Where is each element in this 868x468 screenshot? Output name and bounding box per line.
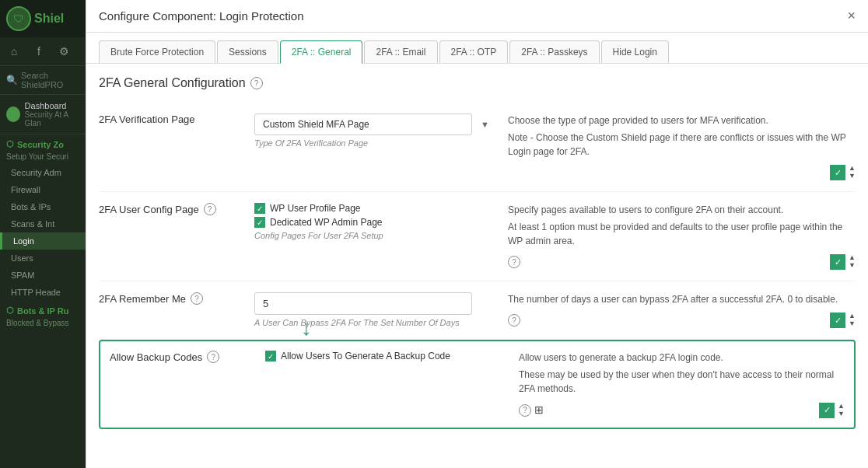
setting-row-remember-me: 2FA Remember Me ? ↓ A User Can Bypass 2F… (99, 281, 856, 340)
remember-me-arrows: ▲ ▼ (849, 313, 856, 328)
arrow-indicator: ↓ (301, 316, 312, 341)
remember-me-label: 2FA Remember Me ? (99, 292, 254, 305)
remember-me-save-icon[interactable]: ✓ (830, 313, 845, 328)
tab-hide-login[interactable]: Hide Login (601, 40, 669, 63)
modal: Configure Component: Login Protection × … (86, 0, 868, 468)
main-area: Configure Component: Login Protection × … (86, 0, 868, 468)
sidebar-logo: 🛡 Shiel (0, 0, 86, 37)
backup-codes-control: ✓ Allow Users To Generate A Backup Code (265, 351, 506, 365)
sidebar-item-security-admin[interactable]: Security Adm (0, 164, 86, 181)
sidebar-item-scans[interactable]: Scans & Int (0, 215, 86, 232)
sidebar-nav: ⬡ Security Zo Setup Your Securi Security… (0, 134, 86, 468)
avatar (6, 107, 20, 122)
backup-codes-label: Allow Backup Codes ? (110, 351, 265, 363)
tab-bar: Brute Force Protection Sessions 2FA :: G… (86, 33, 868, 64)
select-arrow-icon: ▼ (481, 120, 489, 129)
verification-page-desc-note: Note - Choose the Custom Shield page if … (508, 131, 856, 159)
user-config-save-icon[interactable]: ✓ (830, 254, 845, 270)
remember-me-input[interactable] (254, 292, 472, 315)
verification-page-actions: ✓ ▲ ▼ (508, 165, 856, 180)
sidebar-section-security-zone[interactable]: ⬡ Security Zo (0, 134, 86, 151)
modal-title: Configure Component: Login Protection (99, 9, 304, 23)
security-zone-label: Security Zo (17, 140, 64, 149)
verification-page-select[interactable]: Custom Shield MFA Page WP Login Page (254, 114, 472, 135)
bots-icon: ⬡ (6, 306, 14, 316)
security-zone-icon: ⬡ (6, 139, 14, 149)
tab-2fa-passkeys[interactable]: 2FA :: Passkeys (509, 40, 599, 63)
facebook-icon[interactable]: f (30, 42, 48, 61)
shield-icon: 🛡 (6, 6, 31, 31)
user-config-actions: ? ✓ ▲ ▼ (508, 254, 856, 270)
user-config-label: 2FA User Config Page ? (99, 203, 254, 215)
sidebar-section-bots[interactable]: ⬡ Bots & IP Ru (0, 301, 86, 317)
user-config-help-icon[interactable]: ? (204, 203, 216, 215)
sidebar: 🛡 Shiel ⌂ f ⚙ 🔍 Search ShieldPRO Dashboa… (0, 0, 86, 468)
user-sub: Security At A Glan (25, 110, 79, 127)
sidebar-item-http[interactable]: HTTP Heade (0, 284, 86, 301)
verification-page-hint: Type Of 2FA Verification Page (254, 138, 495, 148)
modal-close-button[interactable]: × (847, 8, 856, 24)
section-title: 2FA General Configuration ? (99, 76, 856, 90)
verification-page-arrows: ▲ ▼ (849, 165, 856, 180)
sidebar-item-firewall[interactable]: Firewall (0, 181, 86, 198)
tab-2fa-email[interactable]: 2FA :: Email (364, 40, 437, 63)
remember-me-desc-help-icon[interactable]: ? (508, 314, 520, 327)
user-config-arrow-down-icon[interactable]: ▼ (849, 262, 856, 270)
arrow-down-icon[interactable]: ▼ (849, 173, 856, 180)
settings-icon[interactable]: ⚙ (54, 42, 73, 61)
remember-me-arrow-down-icon[interactable]: ▼ (849, 320, 856, 328)
bots-sub: Blocked & Bypass (0, 317, 86, 330)
tab-sessions[interactable]: Sessions (217, 40, 278, 63)
user-config-desc-help-icon[interactable]: ? (508, 256, 520, 268)
backup-codes-desc-note: These may be used by the user when they … (519, 368, 845, 396)
checkbox-wp-profile: ✓ WP User Profile Page (254, 203, 495, 214)
modal-header: Configure Component: Login Protection × (86, 0, 868, 33)
search-text: Search ShieldPRO (21, 71, 79, 89)
backup-codes-desc-help-icon[interactable]: ? (519, 404, 531, 417)
verification-page-label: 2FA Verification Page (99, 114, 254, 125)
sidebar-item-bots-ips[interactable]: Bots & IPs (0, 198, 86, 215)
remember-me-desc: The number of days a user can bypass 2FA… (495, 292, 856, 328)
wordpress-icon[interactable]: ⊞ (534, 402, 544, 418)
checkbox-wp-admin-check[interactable]: ✓ (254, 217, 265, 228)
remember-me-control: ↓ A User Can Bypass 2FA For The Set Numb… (254, 292, 495, 327)
checkbox-wp-profile-check[interactable]: ✓ (254, 203, 265, 214)
setting-row-backup-codes: Allow Backup Codes ? ✓ Allow Users To Ge… (99, 340, 856, 429)
sidebar-user: Dashboard Security At A Glan (0, 95, 86, 134)
setting-row-user-config: 2FA User Config Page ? ✓ WP User Profile… (99, 192, 856, 281)
checkbox-backup-code-label: Allow Users To Generate A Backup Code (281, 351, 450, 361)
home-icon[interactable]: ⌂ (5, 42, 23, 61)
sidebar-item-login[interactable]: Login (0, 232, 86, 250)
checkbox-wp-admin-label: Dedicated WP Admin Page (270, 217, 383, 228)
backup-codes-arrows: ▲ ▼ (838, 403, 845, 418)
sidebar-search[interactable]: 🔍 Search ShieldPRO (0, 66, 86, 95)
setting-row-verification-page: 2FA Verification Page Custom Shield MFA … (99, 103, 856, 192)
section-help-icon[interactable]: ? (250, 77, 263, 89)
backup-codes-arrow-down-icon[interactable]: ▼ (838, 410, 845, 418)
bots-label: Bots & IP Ru (17, 306, 68, 316)
backup-codes-help-icon[interactable]: ? (207, 351, 219, 363)
verification-page-save-icon[interactable]: ✓ (830, 165, 845, 180)
tab-2fa-general[interactable]: 2FA :: General (280, 40, 363, 64)
user-config-arrows: ▲ ▼ (849, 254, 856, 270)
checkbox-wp-admin: ✓ Dedicated WP Admin Page (254, 217, 495, 228)
backup-codes-actions: ? ⊞ ✓ ▲ ▼ (519, 402, 845, 418)
user-config-desc-note: At least 1 option must be provided and d… (508, 220, 856, 248)
checkbox-backup-code: ✓ Allow Users To Generate A Backup Code (265, 351, 506, 361)
sidebar-item-spam[interactable]: SPAM (0, 267, 86, 284)
checkbox-backup-code-check[interactable]: ✓ (265, 351, 276, 361)
user-config-control: ✓ WP User Profile Page ✓ Dedicated WP Ad… (254, 203, 495, 240)
logo-text: Shiel (34, 12, 64, 26)
remember-me-help-icon[interactable]: ? (191, 292, 203, 305)
verification-page-desc: Choose the type of page provided to user… (495, 114, 856, 180)
remember-me-actions: ? ✓ ▲ ▼ (508, 313, 856, 328)
user-config-desc: Specify pages available to users to conf… (495, 203, 856, 270)
tab-2fa-otp[interactable]: 2FA :: OTP (439, 40, 509, 63)
tab-brute-force[interactable]: Brute Force Protection (99, 40, 215, 63)
user-config-desc-main: Specify pages available to users to conf… (508, 203, 856, 217)
sidebar-item-users[interactable]: Users (0, 250, 86, 267)
content-area: 2FA General Configuration ? 2FA Verifica… (86, 64, 868, 468)
security-zone-sub: Setup Your Securi (0, 151, 86, 164)
user-config-hint: Config Pages For User 2FA Setup (254, 231, 495, 240)
backup-codes-save-icon[interactable]: ✓ (819, 403, 835, 418)
